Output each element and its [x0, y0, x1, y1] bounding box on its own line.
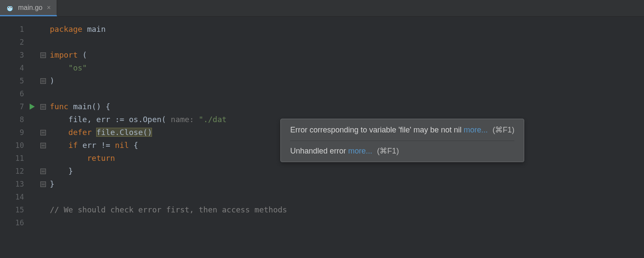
comment: // We should check error first, then acc… [50, 205, 287, 214]
line-number: 8 [0, 113, 24, 126]
tooltip-row: Error corresponding to variable 'file' m… [290, 123, 514, 141]
line-number: 7 [0, 100, 24, 113]
keyword: package [50, 25, 82, 34]
code-line [50, 190, 644, 203]
gutter-icon-cell [27, 165, 38, 178]
gutter-icons [27, 17, 38, 229]
tooltip-more-link[interactable]: more... [464, 126, 488, 134]
gutter-icon-cell [27, 126, 38, 139]
tooltip-more-link[interactable]: more... [348, 147, 372, 155]
line-number: 16 [0, 216, 24, 229]
gutter-icon-cell [27, 49, 38, 61]
fold-cell [38, 61, 48, 74]
line-number: 9 [0, 126, 24, 139]
fold-cell [38, 165, 48, 178]
fold-cell [38, 36, 48, 49]
fold-close-icon[interactable] [40, 181, 46, 187]
line-number: 14 [0, 190, 24, 203]
keyword: nil [115, 141, 129, 150]
fold-close-icon[interactable] [40, 78, 46, 84]
fold-close-icon[interactable] [40, 130, 46, 135]
line-number: 6 [0, 87, 24, 100]
fold-open-icon[interactable] [40, 104, 46, 110]
fold-cell [38, 23, 48, 36]
line-number: 11 [0, 152, 24, 165]
code-line: } [50, 165, 644, 178]
gutter-icon-cell [27, 23, 38, 36]
indent [50, 141, 68, 150]
indent [50, 128, 68, 137]
line-number: 13 [0, 178, 24, 190]
fold-cell [38, 178, 48, 190]
identifier: main [68, 102, 91, 111]
fold-cell [38, 113, 48, 126]
parameter-hint: name: [171, 115, 194, 124]
tooltip-shortcut: (⌘F1) [377, 147, 399, 155]
line-number: 1 [0, 23, 24, 36]
inspection-tooltip: Error corresponding to variable 'file' m… [280, 119, 524, 162]
punct: () { [92, 102, 110, 111]
fold-cell [38, 203, 48, 216]
gutter-icon-cell [27, 216, 38, 229]
punct: } [50, 166, 73, 175]
line-number-gutter: 12345678910111213141516 [0, 17, 27, 229]
fold-cell [38, 49, 48, 61]
code-line: func main() { [50, 100, 644, 113]
gutter-icon-cell [27, 152, 38, 165]
indent [50, 63, 68, 72]
keyword: import [50, 50, 78, 59]
identifier: main [82, 25, 106, 34]
gutter-icon-cell [27, 113, 38, 126]
go-gopher-icon [6, 4, 14, 12]
code-line: // We should check error first, then acc… [50, 203, 644, 216]
keyword: if [68, 141, 78, 150]
fold-cell [38, 126, 48, 139]
gutter-icon-cell [27, 87, 38, 100]
tab-bar: main.go × [0, 0, 644, 17]
line-number: 12 [0, 165, 24, 178]
punct: } [50, 179, 55, 188]
code-line: package main [50, 23, 644, 36]
string: "os" [68, 63, 87, 72]
fold-close-icon[interactable] [40, 143, 46, 148]
gutter-icon-cell [27, 74, 38, 87]
file-tab[interactable]: main.go × [0, 0, 57, 16]
gutter-icon-cell [27, 203, 38, 216]
line-number: 15 [0, 203, 24, 216]
run-icon[interactable] [30, 104, 35, 110]
fold-cell [38, 190, 48, 203]
code-line: } [50, 178, 644, 190]
keyword: func [50, 102, 68, 111]
code-line: ) [50, 74, 644, 87]
fold-cell [38, 100, 48, 113]
gutter-icon-cell [27, 139, 38, 152]
svg-point-5 [9, 9, 10, 9]
indent [50, 154, 87, 163]
close-tab-icon[interactable]: × [47, 4, 51, 11]
fold-close-icon[interactable] [40, 169, 46, 174]
line-number: 10 [0, 139, 24, 152]
fold-cell [38, 216, 48, 229]
keyword: defer [68, 128, 91, 137]
fold-gutter [38, 17, 48, 229]
string: "./dat [194, 115, 227, 124]
tooltip-message: Unhandled error [290, 147, 346, 155]
punct: ) [50, 76, 55, 85]
punct: { [129, 141, 138, 150]
svg-point-4 [11, 7, 12, 8]
line-number: 2 [0, 36, 24, 49]
gutter-icon-cell [27, 36, 38, 49]
line-number: 3 [0, 49, 24, 61]
fold-cell [38, 152, 48, 165]
fold-open-icon[interactable] [40, 52, 46, 58]
line-number: 4 [0, 61, 24, 74]
fold-cell [38, 74, 48, 87]
code-text: err != [78, 141, 115, 150]
highlighted-code: file.Close() [96, 128, 152, 137]
fold-cell [38, 87, 48, 100]
keyword: return [87, 154, 115, 163]
punct: ( [78, 50, 87, 59]
code-line: import ( [50, 49, 644, 61]
editor[interactable]: 12345678910111213141516 package main imp… [0, 17, 644, 258]
gutter-icon-cell [27, 61, 38, 74]
